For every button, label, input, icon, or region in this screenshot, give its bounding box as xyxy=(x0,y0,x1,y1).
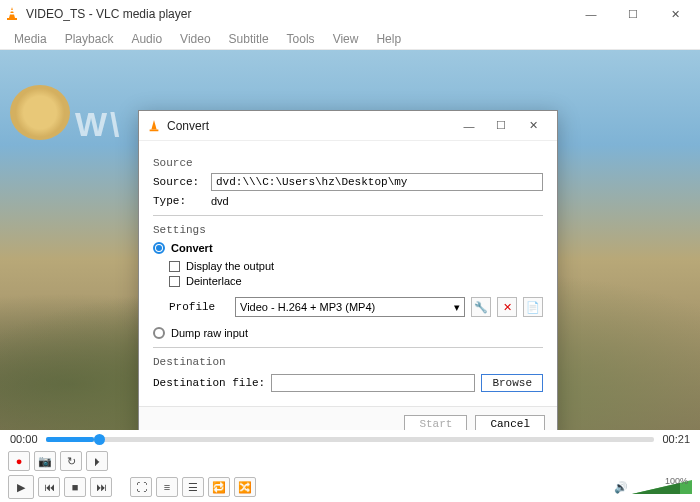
playlist-button[interactable]: ☰ xyxy=(182,477,204,497)
section-source: Source xyxy=(153,157,543,169)
radio-dump[interactable]: Dump raw input xyxy=(153,327,543,339)
radio-convert-label: Convert xyxy=(171,242,213,254)
stop-button[interactable]: ■ xyxy=(64,477,86,497)
type-label: Type: xyxy=(153,195,205,207)
radio-convert[interactable]: Convert xyxy=(153,242,543,254)
source-label: Source: xyxy=(153,176,205,188)
profile-label: Profile xyxy=(169,301,229,313)
play-button[interactable]: ▶ xyxy=(8,475,34,499)
close-button[interactable]: ✕ xyxy=(654,0,696,28)
svg-rect-0 xyxy=(7,18,17,20)
profile-select[interactable]: Video - H.264 + MP3 (MP4) ▾ xyxy=(235,297,465,317)
start-button[interactable]: Start xyxy=(404,415,467,430)
prev-icon: ⏮ xyxy=(44,481,55,493)
source-input[interactable] xyxy=(211,173,543,191)
x-icon: ✕ xyxy=(503,301,512,314)
prev-button[interactable]: ⏮ xyxy=(38,477,60,497)
menu-media[interactable]: Media xyxy=(6,30,55,48)
shuffle-icon: 🔀 xyxy=(238,481,252,494)
window-title: VIDEO_TS - VLC media player xyxy=(26,7,570,21)
stop-icon: ■ xyxy=(72,481,79,493)
fullscreen-button[interactable]: ⛶ xyxy=(130,477,152,497)
menu-video[interactable]: Video xyxy=(172,30,218,48)
loop-button[interactable]: 🔁 xyxy=(208,477,230,497)
camera-icon: 📷 xyxy=(38,455,52,468)
profile-new-button[interactable]: 📄 xyxy=(523,297,543,317)
radio-dump-label: Dump raw input xyxy=(171,327,248,339)
destination-file-label: Destination file: xyxy=(153,377,265,389)
vlc-cone-icon xyxy=(147,119,161,133)
menu-audio[interactable]: Audio xyxy=(123,30,170,48)
wrench-icon: 🔧 xyxy=(474,301,488,314)
play-icon: ▶ xyxy=(17,481,25,494)
profile-delete-button[interactable]: ✕ xyxy=(497,297,517,317)
checkbox-display-output[interactable]: Display the output xyxy=(169,260,543,272)
vlc-cone-icon xyxy=(4,6,20,22)
next-icon: ⏭ xyxy=(96,481,107,493)
svg-rect-3 xyxy=(150,129,159,131)
checkbox-deinterlace-label: Deinterlace xyxy=(186,275,242,287)
chevron-down-icon: ▾ xyxy=(454,301,460,314)
volume-value: 100% xyxy=(665,476,688,486)
playlist-icon: ☰ xyxy=(188,481,198,494)
equalizer-icon: ≡ xyxy=(164,481,170,493)
dialog-maximize-button[interactable]: ☐ xyxy=(485,113,517,139)
seek-slider[interactable] xyxy=(46,437,655,442)
dialog-minimize-button[interactable]: — xyxy=(453,113,485,139)
video-area: W\ Convert — ☐ ✕ Source Source: Type: dv… xyxy=(0,50,700,430)
destination-file-input[interactable] xyxy=(271,374,475,392)
menu-help[interactable]: Help xyxy=(368,30,409,48)
loop-ab-button[interactable]: ↻ xyxy=(60,451,82,471)
menubar: Media Playback Audio Video Subtitle Tool… xyxy=(0,28,700,50)
controls-row: ▶ ⏮ ■ ⏭ ⛶ ≡ ☰ 🔁 🔀 🔊 100% xyxy=(0,474,700,500)
snapshot-button[interactable]: 📷 xyxy=(34,451,56,471)
maximize-button[interactable]: ☐ xyxy=(612,0,654,28)
time-total: 00:21 xyxy=(662,433,690,445)
frame-icon: ⏵ xyxy=(92,455,103,467)
radio-icon xyxy=(153,242,165,254)
dialog-titlebar: Convert — ☐ ✕ xyxy=(139,111,557,141)
speaker-icon[interactable]: 🔊 xyxy=(614,481,628,494)
menu-subtitle[interactable]: Subtitle xyxy=(221,30,277,48)
minimize-button[interactable]: — xyxy=(570,0,612,28)
frame-step-button[interactable]: ⏵ xyxy=(86,451,108,471)
section-settings: Settings xyxy=(153,224,543,236)
volume-slider[interactable]: 100% xyxy=(632,478,692,496)
new-icon: 📄 xyxy=(526,301,540,314)
cancel-button[interactable]: Cancel xyxy=(475,415,545,430)
time-current: 00:00 xyxy=(10,433,38,445)
profile-edit-button[interactable]: 🔧 xyxy=(471,297,491,317)
checkbox-display-label: Display the output xyxy=(186,260,274,272)
loop-icon: 🔁 xyxy=(212,481,226,494)
record-button[interactable]: ● xyxy=(8,451,30,471)
svg-rect-1 xyxy=(10,10,14,12)
watermark: W\ xyxy=(75,105,123,144)
svg-rect-2 xyxy=(10,13,15,15)
fullscreen-icon: ⛶ xyxy=(136,481,147,493)
section-destination: Destination xyxy=(153,356,543,368)
checkbox-icon xyxy=(169,276,180,287)
browse-button[interactable]: Browse xyxy=(481,374,543,392)
checkbox-icon xyxy=(169,261,180,272)
dialog-title: Convert xyxy=(167,119,453,133)
loop-ab-icon: ↻ xyxy=(67,455,76,468)
extended-settings-button[interactable]: ≡ xyxy=(156,477,178,497)
shuffle-button[interactable]: 🔀 xyxy=(234,477,256,497)
checkbox-deinterlace[interactable]: Deinterlace xyxy=(169,275,543,287)
next-button[interactable]: ⏭ xyxy=(90,477,112,497)
menu-view[interactable]: View xyxy=(325,30,367,48)
radio-icon xyxy=(153,327,165,339)
convert-dialog: Convert — ☐ ✕ Source Source: Type: dvd S… xyxy=(138,110,558,430)
dialog-close-button[interactable]: ✕ xyxy=(517,113,549,139)
titlebar: VIDEO_TS - VLC media player — ☐ ✕ xyxy=(0,0,700,28)
leopard-image xyxy=(10,85,70,140)
menu-playback[interactable]: Playback xyxy=(57,30,122,48)
menu-tools[interactable]: Tools xyxy=(279,30,323,48)
type-value: dvd xyxy=(211,195,229,207)
record-row: ● 📷 ↻ ⏵ xyxy=(0,448,700,474)
profile-value: Video - H.264 + MP3 (MP4) xyxy=(240,301,375,313)
seekbar: 00:00 00:21 xyxy=(0,430,700,448)
seek-thumb[interactable] xyxy=(94,434,105,445)
